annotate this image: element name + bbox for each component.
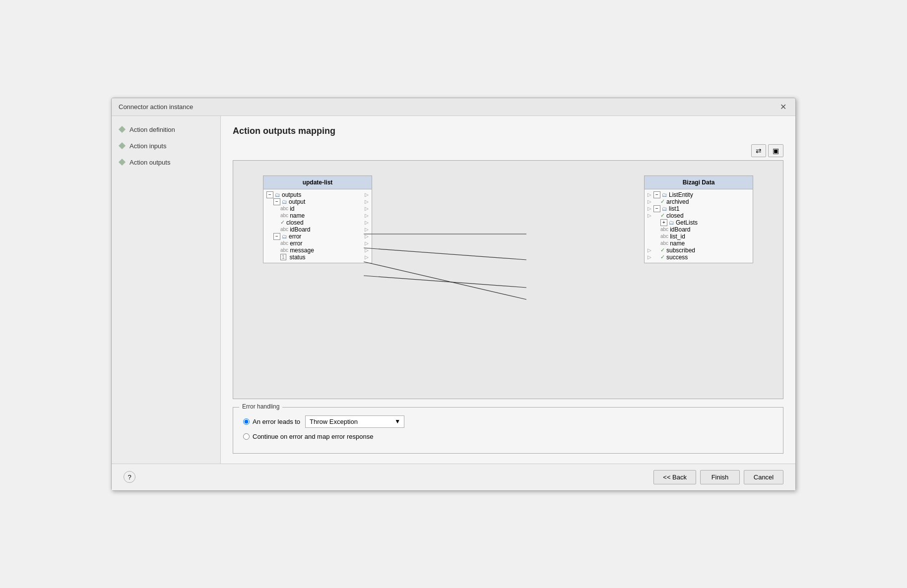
check-icon: ✓ — [660, 254, 665, 260]
tree-item-label: status — [290, 254, 306, 261]
tree-item[interactable]: abc idBoard ▷ — [266, 226, 369, 233]
abc-icon: abc — [280, 240, 288, 246]
error-row-2: Continue on error and map error response — [243, 433, 773, 440]
left-panel: update-list − 🗂 outputs ▷ — [263, 176, 372, 263]
sidebar-item-action-definition[interactable]: Action definition — [120, 126, 212, 133]
check-icon: ✓ — [280, 219, 285, 226]
tree-item-label: error — [289, 233, 301, 240]
sidebar-item-action-inputs[interactable]: Action inputs — [120, 142, 212, 150]
tree-item-label: closed — [286, 219, 304, 226]
abc-icon: abc — [280, 206, 288, 211]
diamond-icon — [119, 126, 126, 133]
tree-item[interactable]: ▷ abc list_id — [648, 233, 750, 240]
right-panel-body: ▷ − 🗂 ListEntity ▷ — [645, 189, 753, 263]
finish-button[interactable]: Finish — [700, 470, 740, 484]
tree-item[interactable]: − 🗂 outputs ▷ — [266, 191, 369, 198]
tree-item-label: id — [290, 205, 294, 212]
tree-item-label: list_id — [670, 233, 685, 240]
map-view-button[interactable]: ⇄ — [751, 144, 766, 157]
close-button[interactable]: ✕ — [778, 102, 788, 112]
expand-icon[interactable]: − — [273, 233, 280, 240]
abc-icon: abc — [280, 247, 288, 253]
error-option2-radio[interactable] — [243, 433, 250, 440]
tree-item[interactable]: ▷ − 🗂 list1 — [648, 205, 750, 212]
mapping-canvas: update-list − 🗂 outputs ▷ — [233, 161, 783, 399]
arrow-right: ▷ — [365, 192, 369, 197]
tree-item-label: success — [666, 254, 688, 261]
abc-icon: abc — [280, 213, 288, 218]
tree-item[interactable]: ▷ + 🗂 GetLists — [648, 219, 750, 226]
tree-item[interactable]: ▷ ✓ success — [648, 254, 750, 261]
abc-icon: abc — [280, 227, 288, 232]
briefcase-icon: 🗂 — [662, 192, 667, 198]
tree-item[interactable]: ▷ ✓ closed — [648, 212, 750, 219]
arrow-right: ▷ — [365, 247, 369, 253]
tree-item[interactable]: ▷ ✓ subscribed — [648, 247, 750, 254]
dialog-title: Connector action instance — [119, 103, 193, 111]
briefcase-icon: 🗂 — [282, 199, 287, 205]
expand-icon[interactable]: + — [660, 219, 667, 226]
error-dropdown[interactable]: Throw Exception Continue Map Error Respo… — [305, 415, 404, 428]
help-button[interactable]: ? — [124, 471, 135, 483]
tree-item-label: ListEntity — [669, 191, 693, 198]
right-panel: Bizagi Data ▷ − 🗂 ListEntity — [644, 176, 753, 263]
table-view-button[interactable]: ▣ — [768, 144, 783, 157]
tree-item-label: list1 — [669, 205, 679, 212]
mapping-toolbar: ⇄ ▣ — [233, 144, 783, 157]
tree-item[interactable]: abc message ▷ — [266, 247, 369, 254]
sidebar-item-label: Action inputs — [130, 142, 166, 150]
arrow-right: ▷ — [365, 206, 369, 211]
expand-icon[interactable]: − — [653, 205, 660, 212]
tree-item-label: name — [290, 212, 305, 219]
abc-icon: abc — [660, 240, 668, 246]
diamond-icon — [119, 142, 126, 149]
tree-item-label: message — [290, 247, 314, 254]
abc-icon: abc — [660, 227, 668, 232]
tree-item[interactable]: − 🗂 output ▷ — [266, 198, 369, 205]
left-panel-header: update-list — [263, 176, 372, 189]
arrow-right: ▷ — [365, 254, 369, 260]
tree-item[interactable]: − 🗂 error ▷ — [266, 233, 369, 240]
tree-item[interactable]: ▷ abc idBoard — [648, 226, 750, 233]
expand-icon[interactable]: − — [273, 198, 280, 205]
tree-item[interactable]: abc id ▷ — [266, 205, 369, 212]
svg-line-2 — [364, 262, 526, 299]
error-option2-label[interactable]: Continue on error and map error response — [243, 433, 374, 440]
check-icon: ✓ — [660, 198, 665, 205]
right-panel-header: Bizagi Data — [645, 176, 753, 189]
tree-item-label: closed — [666, 212, 684, 219]
error-dropdown-wrapper: Throw Exception Continue Map Error Respo… — [305, 415, 404, 428]
title-bar: Connector action instance ✕ — [112, 98, 795, 116]
cancel-button[interactable]: Cancel — [744, 470, 783, 484]
tree-item[interactable]: ✓ closed ▷ — [266, 219, 369, 226]
tree-item[interactable]: 1 status ▷ — [266, 254, 369, 261]
sidebar: Action definition Action inputs Action o… — [112, 116, 221, 464]
arrow-right: ▷ — [365, 213, 369, 218]
tree-item[interactable]: ▷ − 🗂 ListEntity — [648, 191, 750, 198]
tree-item-label: idBoard — [290, 226, 310, 233]
error-option1-text: An error leads to — [253, 418, 300, 425]
back-button[interactable]: << Back — [653, 470, 696, 484]
error-option1-radio[interactable] — [243, 418, 250, 425]
left-panel-body: − 🗂 outputs ▷ − — [263, 189, 372, 263]
abc-icon: abc — [660, 234, 668, 239]
tree-item-label: outputs — [282, 191, 301, 198]
expand-icon[interactable]: − — [653, 191, 660, 198]
diamond-icon — [119, 159, 126, 166]
arrow-right: ▷ — [365, 240, 369, 246]
tree-item-label: GetLists — [676, 219, 698, 226]
tree-item-label: name — [670, 240, 685, 247]
tree-item[interactable]: abc error ▷ — [266, 240, 369, 247]
briefcase-icon: 🗂 — [282, 234, 287, 239]
tree-item[interactable]: ▷ ✓ archived — [648, 198, 750, 205]
expand-icon[interactable]: − — [266, 191, 273, 198]
error-option1-label[interactable]: An error leads to — [243, 418, 300, 425]
page-title: Action outputs mapping — [233, 126, 783, 136]
dialog-footer: ? << Back Finish Cancel — [112, 464, 795, 490]
tree-item[interactable]: abc name ▷ — [266, 212, 369, 219]
arrow-right: ▷ — [365, 234, 369, 239]
briefcase-icon: 🗂 — [669, 220, 674, 226]
tree-item-label: error — [290, 240, 302, 247]
tree-item[interactable]: ▷ abc name — [648, 240, 750, 247]
sidebar-item-action-outputs[interactable]: Action outputs — [120, 159, 212, 166]
